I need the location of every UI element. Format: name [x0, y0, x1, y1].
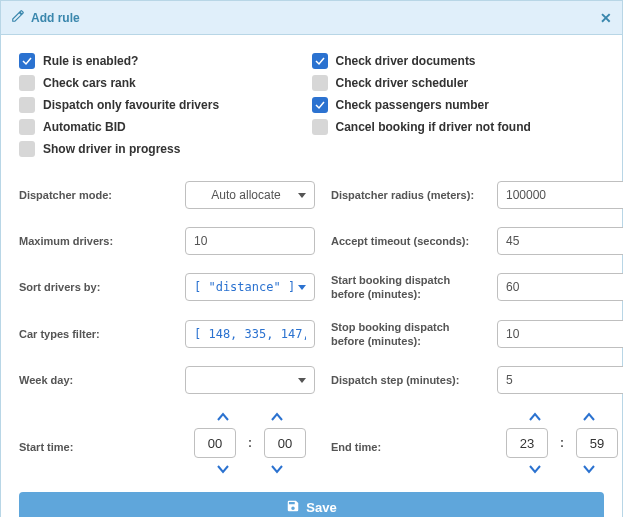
checkbox-unchecked-icon [312, 119, 328, 135]
end-time-label: End time: [331, 412, 481, 454]
start-time-hours[interactable]: 00 [194, 428, 236, 458]
dispatcher-radius-input[interactable] [497, 181, 623, 209]
start-time-label: Start time: [19, 412, 169, 454]
checkbox-unchecked-icon [312, 75, 328, 91]
sort-drivers-label: Sort drivers by: [19, 280, 169, 294]
checkbox-checked-icon [312, 53, 328, 69]
save-button[interactable]: Save [19, 492, 604, 517]
chevron-down-icon[interactable] [582, 464, 596, 474]
checkbox-right-3[interactable]: Cancel booking if driver not found [312, 119, 605, 135]
checkbox-label: Check driver scheduler [336, 76, 469, 90]
checkbox-unchecked-icon [19, 119, 35, 135]
checkbox-right-0[interactable]: Check driver documents [312, 53, 605, 69]
checkbox-label: Automatic BID [43, 120, 126, 134]
dispatch-step-label: Dispatch step (minutes): [331, 373, 481, 387]
dialog-body: Rule is enabled?Check cars rankDispatch … [1, 35, 622, 484]
checkbox-label: Cancel booking if driver not found [336, 120, 531, 134]
checkbox-unchecked-icon [19, 75, 35, 91]
checkbox-left-3[interactable]: Automatic BID [19, 119, 312, 135]
checkbox-unchecked-icon [19, 97, 35, 113]
start-time-minutes[interactable]: 00 [264, 428, 306, 458]
chevron-up-icon[interactable] [216, 412, 230, 422]
checkbox-label: Dispatch only favourite drivers [43, 98, 219, 112]
stop-dispatch-before-input[interactable] [497, 320, 623, 348]
start-dispatch-before-input[interactable] [497, 273, 623, 301]
checkbox-label: Rule is enabled? [43, 54, 138, 68]
checkbox-label: Show driver in progress [43, 142, 180, 156]
sort-drivers-value: [ "distance" ] [194, 280, 295, 294]
checkbox-left-1[interactable]: Check cars rank [19, 75, 312, 91]
time-colon: : [248, 436, 252, 450]
chevron-up-icon[interactable] [528, 412, 542, 422]
accept-timeout-label: Accept timeout (seconds): [331, 234, 481, 248]
car-types-filter-combo[interactable]: [ 148, 335, 147, 150, [185, 320, 315, 348]
save-button-label: Save [306, 500, 336, 515]
checkbox-label: Check cars rank [43, 76, 136, 90]
save-icon [286, 499, 300, 516]
dispatcher-radius-label: Dispatcher radius (meters): [331, 188, 481, 202]
dispatch-step-input[interactable] [497, 366, 623, 394]
chevron-down-icon [298, 378, 306, 383]
checkbox-checked-icon [19, 53, 35, 69]
car-types-filter-value: [ 148, 335, 147, 150, [194, 327, 306, 341]
checkbox-checked-icon [312, 97, 328, 113]
checkbox-right-2[interactable]: Check passengers number [312, 97, 605, 113]
checkbox-left-2[interactable]: Dispatch only favourite drivers [19, 97, 312, 113]
stop-dispatch-before-label: Stop booking dispatch before (minutes): [331, 320, 481, 349]
chevron-down-icon[interactable] [528, 464, 542, 474]
maximum-drivers-input[interactable] [185, 227, 315, 255]
checkbox-unchecked-icon [19, 141, 35, 157]
start-dispatch-before-label: Start booking dispatch before (minutes): [331, 273, 481, 302]
chevron-up-icon[interactable] [582, 412, 596, 422]
chevron-down-icon[interactable] [270, 464, 284, 474]
week-day-label: Week day: [19, 373, 169, 387]
dispatcher-mode-select[interactable]: Auto allocate [185, 181, 315, 209]
sort-drivers-combo[interactable]: [ "distance" ] [185, 273, 315, 301]
checkbox-right-1[interactable]: Check driver scheduler [312, 75, 605, 91]
dialog-header: Add rule ✕ [1, 1, 622, 35]
time-colon: : [560, 436, 564, 450]
end-time-minutes[interactable]: 59 [576, 428, 618, 458]
checkbox-left-0[interactable]: Rule is enabled? [19, 53, 312, 69]
close-icon[interactable]: ✕ [600, 10, 612, 26]
dialog-title: Add rule [31, 11, 80, 25]
checkbox-left-4[interactable]: Show driver in progress [19, 141, 312, 157]
dispatcher-mode-value: Auto allocate [194, 188, 298, 202]
checkbox-label: Check driver documents [336, 54, 476, 68]
dispatcher-mode-label: Dispatcher mode: [19, 188, 169, 202]
start-time-spinner: 00 : 00 [185, 412, 315, 474]
car-types-filter-label: Car types filter: [19, 327, 169, 341]
end-time-spinner: 23 : 59 [497, 412, 623, 474]
week-day-select[interactable] [185, 366, 315, 394]
chevron-down-icon [298, 193, 306, 198]
chevron-down-icon[interactable] [216, 464, 230, 474]
chevron-down-icon [298, 285, 306, 290]
chevron-up-icon[interactable] [270, 412, 284, 422]
end-time-hours[interactable]: 23 [506, 428, 548, 458]
accept-timeout-input[interactable] [497, 227, 623, 255]
edit-icon [11, 9, 25, 26]
checkbox-label: Check passengers number [336, 98, 489, 112]
maximum-drivers-label: Maximum drivers: [19, 234, 169, 248]
